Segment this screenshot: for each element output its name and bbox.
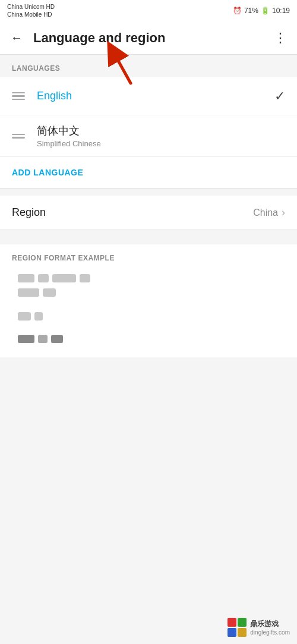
selected-checkmark: ✓ <box>274 89 285 104</box>
drag-handle-chinese[interactable] <box>12 134 25 139</box>
blurred-block <box>43 288 56 297</box>
battery-icon: 🔋 <box>261 7 270 15</box>
region-value: China <box>253 208 278 218</box>
blurred-block <box>52 274 76 282</box>
chevron-right-icon: › <box>282 206 285 219</box>
page-title: Language and region <box>33 30 268 46</box>
watermark-text: 鼎乐游戏 dinglegifts.com <box>250 619 290 636</box>
blurred-block <box>18 335 34 343</box>
blurred-row-4 <box>18 335 285 343</box>
carrier2-label: China Mobile HD <box>7 11 55 18</box>
toolbar: ← Language and region ⋮ <box>0 21 297 55</box>
more-options-button[interactable]: ⋮ <box>268 26 292 50</box>
region-format-example-content <box>12 274 285 343</box>
time-display: 10:19 <box>272 7 290 15</box>
blurred-block <box>51 335 63 343</box>
blurred-block <box>38 335 48 343</box>
status-right: ⏰ 71% 🔋 10:19 <box>233 7 290 15</box>
blurred-block <box>18 312 31 321</box>
battery-percent: 71% <box>244 7 258 15</box>
region-format-header: REGION FORMAT EXAMPLE <box>12 254 285 262</box>
blurred-block <box>34 312 43 321</box>
watermark: 鼎乐游戏 dinglegifts.com <box>228 618 290 637</box>
blurred-block <box>18 274 34 282</box>
status-bar: China Unicom HD China Mobile HD ⏰ 71% 🔋 … <box>0 0 297 21</box>
region-row[interactable]: Region China › <box>0 196 297 230</box>
blurred-block <box>80 274 90 282</box>
carrier1-label: China Unicom HD <box>7 3 55 11</box>
add-language-button[interactable]: ADD LANGUAGE <box>0 157 297 189</box>
blurred-row-2 <box>18 288 285 297</box>
carrier-info: China Unicom HD China Mobile HD <box>7 3 55 18</box>
language-name-english: English <box>37 90 274 102</box>
section-gap-2 <box>0 230 297 237</box>
region-label: Region <box>12 206 253 219</box>
language-name-chinese: 简体中文 Simplified Chinese <box>37 124 285 148</box>
language-item-english[interactable]: English ✓ <box>0 77 297 115</box>
languages-section-header: LANGUAGES <box>0 55 297 77</box>
blurred-block <box>38 274 49 282</box>
back-button[interactable]: ← <box>5 26 29 50</box>
alarm-icon: ⏰ <box>233 7 242 15</box>
drag-handle-english[interactable] <box>12 92 25 100</box>
region-format-section: REGION FORMAT EXAMPLE <box>0 244 297 357</box>
blurred-row-3 <box>18 312 285 321</box>
section-gap-1 <box>0 189 297 196</box>
blurred-block <box>18 288 39 297</box>
language-item-chinese[interactable]: 简体中文 Simplified Chinese <box>0 115 297 157</box>
language-list: English ✓ 简体中文 Simplified Chinese <box>0 77 297 157</box>
blurred-row-1 <box>18 274 285 282</box>
watermark-logo <box>228 618 247 637</box>
